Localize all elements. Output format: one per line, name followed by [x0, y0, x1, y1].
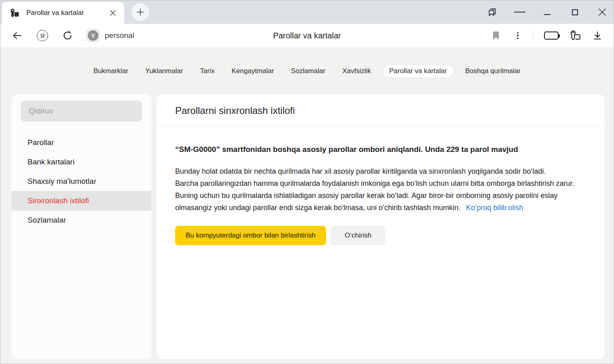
sidebar-item-settings[interactable]: Sozlamalar [11, 210, 151, 230]
nav-tab-history[interactable]: Tarix [195, 64, 220, 78]
nav-tab-settings[interactable]: Sozlamalar [285, 64, 331, 78]
delete-storage-button[interactable]: Oʻchirish [331, 226, 385, 245]
sync-conflict-panel: Parollarni sinxronlash ixtilofi “SM-G000… [157, 94, 605, 359]
passwords-manager-icon[interactable] [569, 29, 582, 42]
downloads-icon[interactable] [591, 29, 604, 42]
learn-more-link[interactable]: Koʻproq bilib olish [466, 204, 523, 212]
passwords-sidebar: Parollar Bank kartalari Shaxsiy maʼlumot… [11, 94, 151, 359]
nav-tab-extensions[interactable]: Kengaytmalar [226, 64, 279, 78]
minimize-button[interactable] [542, 6, 553, 18]
tab-close-icon[interactable] [107, 7, 119, 19]
toolbar-divider [533, 30, 534, 41]
merge-storage-button[interactable]: Bu kompyuterdagi ombor bilan birlashtiri… [175, 226, 326, 245]
conflict-description: Bunday holat odatda bir nechta qurilmada… [175, 165, 586, 214]
nav-tab-other-devices[interactable]: Boshqa qurilmalar [459, 64, 526, 78]
sidebar-list: Parollar Bank kartalari Shaxsiy maʼlumot… [11, 133, 151, 230]
tab-title: Parollar va kartalar [26, 9, 107, 17]
conflict-subtitle: “SM-G0000” smartfonidan boshqa asosiy pa… [175, 143, 572, 156]
profile-avatar: Y [86, 29, 100, 42]
nav-tab-passwords[interactable]: Parollar va kartalar [382, 64, 454, 78]
sidebar-item-sync-conflict[interactable]: Sinxronlash ixtilofi [11, 191, 151, 210]
browser-toolbar: Я Y personal Parollar va kartalar [0, 24, 614, 47]
back-icon[interactable] [11, 29, 24, 42]
panel-title: Parollarni sinxronlash ixtilofi [175, 105, 586, 116]
refresh-icon[interactable] [61, 29, 74, 42]
sidebar-item-bank-cards[interactable]: Bank kartalari [11, 152, 151, 172]
description-paragraph-2: Barcha parollaringizdan hamma qurilmalar… [175, 177, 586, 214]
sidebar-item-passwords[interactable]: Parollar [11, 133, 151, 152]
nav-tab-downloads[interactable]: Yuklanmalar [140, 64, 189, 78]
bookmark-icon[interactable] [489, 29, 502, 42]
nav-tab-security[interactable]: Xavfsizlik [337, 64, 377, 78]
passwords-favicon-icon [9, 8, 20, 18]
profile-name: personal [105, 31, 134, 40]
yandex-home-icon[interactable]: Я [36, 29, 49, 42]
nav-tab-bookmarks[interactable]: Bukmarklar [88, 64, 134, 78]
battery-icon[interactable] [542, 29, 560, 42]
sidebar-item-personal-data[interactable]: Shaxsiy maʼlumotlar [11, 172, 151, 191]
new-tab-button[interactable] [131, 3, 149, 21]
tab-panel-icon[interactable] [487, 6, 498, 18]
more-options-icon[interactable] [511, 29, 524, 42]
description-paragraph-1: Bunday holat odatda bir nechta qurilmada… [175, 165, 586, 177]
search-input[interactable] [21, 101, 142, 122]
profile-chip[interactable]: Y personal [86, 29, 134, 42]
close-window-button[interactable] [597, 6, 608, 18]
settings-nav: Bukmarklar Yuklanmalar Tarix Kengaytmala… [0, 47, 614, 78]
tab-strip: Parollar va kartalar [0, 0, 614, 24]
maximize-button[interactable] [569, 6, 580, 18]
settings-page: Bukmarklar Yuklanmalar Tarix Kengaytmala… [0, 47, 614, 364]
browser-tab[interactable]: Parollar va kartalar [2, 2, 124, 24]
menu-icon[interactable] [514, 6, 525, 18]
